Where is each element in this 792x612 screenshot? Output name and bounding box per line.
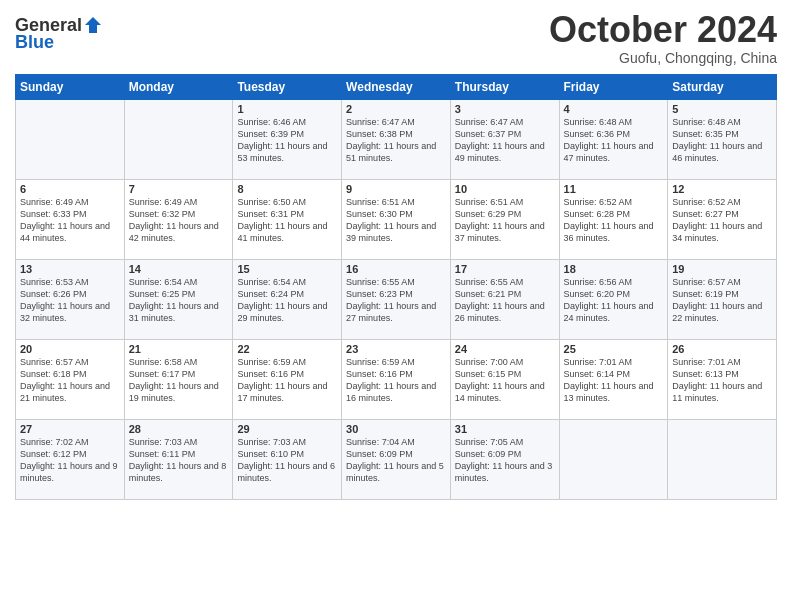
- week-row-3: 13Sunrise: 6:53 AMSunset: 6:26 PMDayligh…: [16, 259, 777, 339]
- col-friday: Friday: [559, 74, 668, 99]
- cell-w4-d5: 24Sunrise: 7:00 AMSunset: 6:15 PMDayligh…: [450, 339, 559, 419]
- cell-w1-d5: 3Sunrise: 6:47 AMSunset: 6:37 PMDaylight…: [450, 99, 559, 179]
- logo-icon: [83, 15, 103, 35]
- day-info: Sunrise: 6:59 AMSunset: 6:16 PMDaylight:…: [346, 356, 446, 405]
- day-info: Sunrise: 6:55 AMSunset: 6:21 PMDaylight:…: [455, 276, 555, 325]
- col-wednesday: Wednesday: [342, 74, 451, 99]
- cell-w1-d2: [124, 99, 233, 179]
- day-info: Sunrise: 7:03 AMSunset: 6:11 PMDaylight:…: [129, 436, 229, 485]
- day-number: 13: [20, 263, 120, 275]
- day-info: Sunrise: 6:51 AMSunset: 6:29 PMDaylight:…: [455, 196, 555, 245]
- day-info: Sunrise: 6:52 AMSunset: 6:27 PMDaylight:…: [672, 196, 772, 245]
- day-info: Sunrise: 6:51 AMSunset: 6:30 PMDaylight:…: [346, 196, 446, 245]
- cell-w2-d7: 12Sunrise: 6:52 AMSunset: 6:27 PMDayligh…: [668, 179, 777, 259]
- day-info: Sunrise: 6:47 AMSunset: 6:37 PMDaylight:…: [455, 116, 555, 165]
- cell-w2-d2: 7Sunrise: 6:49 AMSunset: 6:32 PMDaylight…: [124, 179, 233, 259]
- cell-w5-d3: 29Sunrise: 7:03 AMSunset: 6:10 PMDayligh…: [233, 419, 342, 499]
- day-number: 20: [20, 343, 120, 355]
- day-number: 15: [237, 263, 337, 275]
- col-tuesday: Tuesday: [233, 74, 342, 99]
- title-area: October 2024 Guofu, Chongqing, China: [549, 10, 777, 66]
- cell-w2-d1: 6Sunrise: 6:49 AMSunset: 6:33 PMDaylight…: [16, 179, 125, 259]
- cell-w1-d3: 1Sunrise: 6:46 AMSunset: 6:39 PMDaylight…: [233, 99, 342, 179]
- cell-w5-d7: [668, 419, 777, 499]
- month-title: October 2024: [549, 10, 777, 50]
- day-number: 14: [129, 263, 229, 275]
- logo: General Blue: [15, 15, 103, 53]
- cell-w3-d6: 18Sunrise: 6:56 AMSunset: 6:20 PMDayligh…: [559, 259, 668, 339]
- location-subtitle: Guofu, Chongqing, China: [549, 50, 777, 66]
- day-number: 17: [455, 263, 555, 275]
- day-number: 30: [346, 423, 446, 435]
- cell-w4-d2: 21Sunrise: 6:58 AMSunset: 6:17 PMDayligh…: [124, 339, 233, 419]
- cell-w4-d7: 26Sunrise: 7:01 AMSunset: 6:13 PMDayligh…: [668, 339, 777, 419]
- cell-w2-d4: 9Sunrise: 6:51 AMSunset: 6:30 PMDaylight…: [342, 179, 451, 259]
- week-row-5: 27Sunrise: 7:02 AMSunset: 6:12 PMDayligh…: [16, 419, 777, 499]
- day-info: Sunrise: 6:49 AMSunset: 6:33 PMDaylight:…: [20, 196, 120, 245]
- day-number: 21: [129, 343, 229, 355]
- day-info: Sunrise: 6:50 AMSunset: 6:31 PMDaylight:…: [237, 196, 337, 245]
- cell-w2-d3: 8Sunrise: 6:50 AMSunset: 6:31 PMDaylight…: [233, 179, 342, 259]
- day-info: Sunrise: 6:52 AMSunset: 6:28 PMDaylight:…: [564, 196, 664, 245]
- day-info: Sunrise: 6:48 AMSunset: 6:36 PMDaylight:…: [564, 116, 664, 165]
- day-info: Sunrise: 6:48 AMSunset: 6:35 PMDaylight:…: [672, 116, 772, 165]
- cell-w3-d7: 19Sunrise: 6:57 AMSunset: 6:19 PMDayligh…: [668, 259, 777, 339]
- day-number: 11: [564, 183, 664, 195]
- week-row-1: 1Sunrise: 6:46 AMSunset: 6:39 PMDaylight…: [16, 99, 777, 179]
- cell-w5-d1: 27Sunrise: 7:02 AMSunset: 6:12 PMDayligh…: [16, 419, 125, 499]
- day-number: 2: [346, 103, 446, 115]
- day-number: 4: [564, 103, 664, 115]
- day-info: Sunrise: 6:58 AMSunset: 6:17 PMDaylight:…: [129, 356, 229, 405]
- day-number: 5: [672, 103, 772, 115]
- day-info: Sunrise: 7:05 AMSunset: 6:09 PMDaylight:…: [455, 436, 555, 485]
- day-info: Sunrise: 6:47 AMSunset: 6:38 PMDaylight:…: [346, 116, 446, 165]
- week-row-4: 20Sunrise: 6:57 AMSunset: 6:18 PMDayligh…: [16, 339, 777, 419]
- day-info: Sunrise: 7:04 AMSunset: 6:09 PMDaylight:…: [346, 436, 446, 485]
- day-number: 3: [455, 103, 555, 115]
- header-area: General Blue October 2024 Guofu, Chongqi…: [15, 10, 777, 66]
- day-info: Sunrise: 7:01 AMSunset: 6:13 PMDaylight:…: [672, 356, 772, 405]
- day-number: 6: [20, 183, 120, 195]
- day-info: Sunrise: 7:03 AMSunset: 6:10 PMDaylight:…: [237, 436, 337, 485]
- header-row: Sunday Monday Tuesday Wednesday Thursday…: [16, 74, 777, 99]
- day-info: Sunrise: 6:49 AMSunset: 6:32 PMDaylight:…: [129, 196, 229, 245]
- day-number: 10: [455, 183, 555, 195]
- day-number: 25: [564, 343, 664, 355]
- page-container: General Blue October 2024 Guofu, Chongqi…: [0, 0, 792, 510]
- day-info: Sunrise: 7:00 AMSunset: 6:15 PMDaylight:…: [455, 356, 555, 405]
- cell-w1-d1: [16, 99, 125, 179]
- day-number: 22: [237, 343, 337, 355]
- cell-w4-d4: 23Sunrise: 6:59 AMSunset: 6:16 PMDayligh…: [342, 339, 451, 419]
- col-sunday: Sunday: [16, 74, 125, 99]
- day-info: Sunrise: 6:53 AMSunset: 6:26 PMDaylight:…: [20, 276, 120, 325]
- day-number: 9: [346, 183, 446, 195]
- day-number: 18: [564, 263, 664, 275]
- week-row-2: 6Sunrise: 6:49 AMSunset: 6:33 PMDaylight…: [16, 179, 777, 259]
- cell-w5-d5: 31Sunrise: 7:05 AMSunset: 6:09 PMDayligh…: [450, 419, 559, 499]
- day-number: 7: [129, 183, 229, 195]
- day-number: 12: [672, 183, 772, 195]
- cell-w3-d4: 16Sunrise: 6:55 AMSunset: 6:23 PMDayligh…: [342, 259, 451, 339]
- cell-w4-d1: 20Sunrise: 6:57 AMSunset: 6:18 PMDayligh…: [16, 339, 125, 419]
- day-info: Sunrise: 6:54 AMSunset: 6:25 PMDaylight:…: [129, 276, 229, 325]
- day-info: Sunrise: 6:59 AMSunset: 6:16 PMDaylight:…: [237, 356, 337, 405]
- day-number: 24: [455, 343, 555, 355]
- day-info: Sunrise: 6:57 AMSunset: 6:19 PMDaylight:…: [672, 276, 772, 325]
- day-number: 23: [346, 343, 446, 355]
- day-info: Sunrise: 7:02 AMSunset: 6:12 PMDaylight:…: [20, 436, 120, 485]
- day-number: 16: [346, 263, 446, 275]
- cell-w4-d6: 25Sunrise: 7:01 AMSunset: 6:14 PMDayligh…: [559, 339, 668, 419]
- cell-w1-d7: 5Sunrise: 6:48 AMSunset: 6:35 PMDaylight…: [668, 99, 777, 179]
- col-thursday: Thursday: [450, 74, 559, 99]
- day-number: 8: [237, 183, 337, 195]
- day-info: Sunrise: 7:01 AMSunset: 6:14 PMDaylight:…: [564, 356, 664, 405]
- day-info: Sunrise: 6:57 AMSunset: 6:18 PMDaylight:…: [20, 356, 120, 405]
- day-number: 27: [20, 423, 120, 435]
- cell-w5-d6: [559, 419, 668, 499]
- day-info: Sunrise: 6:56 AMSunset: 6:20 PMDaylight:…: [564, 276, 664, 325]
- cell-w1-d6: 4Sunrise: 6:48 AMSunset: 6:36 PMDaylight…: [559, 99, 668, 179]
- cell-w3-d3: 15Sunrise: 6:54 AMSunset: 6:24 PMDayligh…: [233, 259, 342, 339]
- cell-w1-d4: 2Sunrise: 6:47 AMSunset: 6:38 PMDaylight…: [342, 99, 451, 179]
- day-number: 31: [455, 423, 555, 435]
- day-number: 28: [129, 423, 229, 435]
